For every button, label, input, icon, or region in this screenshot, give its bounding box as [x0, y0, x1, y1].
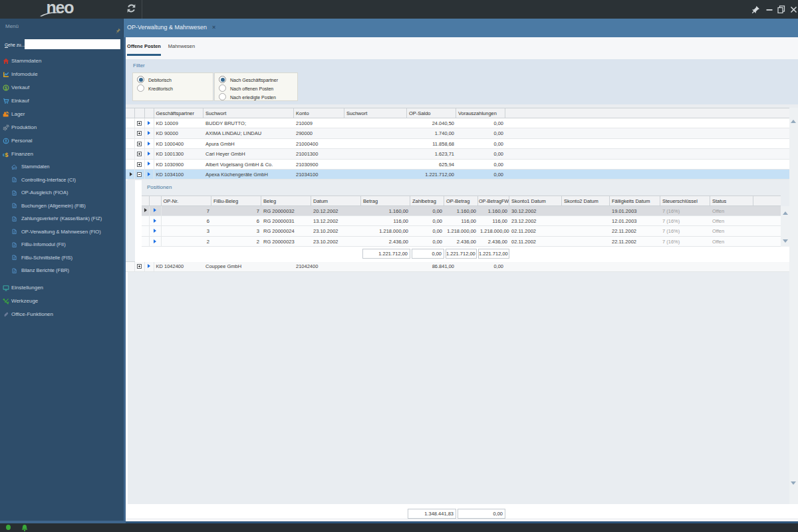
svg-text:$: $: [5, 86, 7, 91]
svg-text:$: $: [5, 152, 9, 158]
svg-text:neo: neo: [47, 1, 74, 17]
